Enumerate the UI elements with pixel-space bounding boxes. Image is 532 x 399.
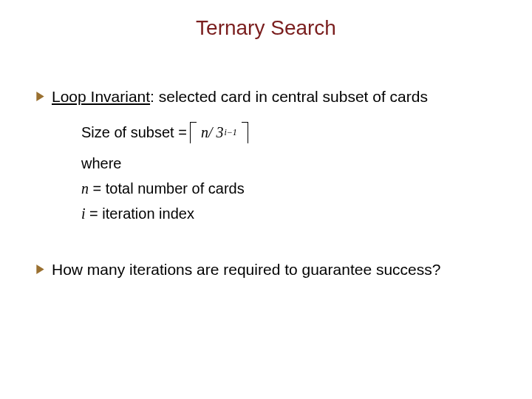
expr-n: n — [201, 121, 208, 143]
size-label: Size of subset = — [81, 121, 187, 143]
bullet-item: How many iterations are required to guar… — [35, 260, 497, 279]
bullet-text: How many iterations are required to guar… — [52, 260, 440, 279]
svg-marker-0 — [36, 92, 44, 101]
bullet-text: Loop Invariant: selected card in central… — [52, 87, 428, 106]
expr-superscript: i−1 — [224, 121, 236, 143]
math-size-line: Size of subset = n / 3i−1 — [81, 120, 497, 145]
i-definition: = iteration index — [86, 205, 194, 222]
ceiling-expression: n / 3i−1 — [200, 121, 239, 143]
bullet-rest: : selected card in central subset of car… — [150, 88, 428, 105]
ceiling-left-bracket — [190, 122, 197, 143]
math-where: where — [81, 152, 497, 174]
expr-slash: / 3 — [208, 121, 224, 143]
slide: Ternary Search Loop Invariant: selected … — [0, 0, 532, 399]
chevron-right-icon — [35, 260, 52, 274]
slide-body: Loop Invariant: selected card in central… — [35, 87, 497, 284]
bullet-item: Loop Invariant: selected card in central… — [35, 87, 497, 106]
ceiling-right-bracket — [242, 122, 248, 143]
math-i-def: i = iteration index — [81, 202, 497, 225]
math-block: Size of subset = n / 3i−1 where n = tota… — [81, 120, 497, 225]
n-definition: = total number of cards — [89, 180, 245, 197]
chevron-right-icon — [35, 87, 52, 101]
bullet-lead: Loop Invariant — [52, 88, 150, 105]
math-n-def: n = total number of cards — [81, 177, 497, 200]
svg-marker-1 — [36, 265, 44, 274]
n-symbol: n — [81, 180, 89, 197]
slide-title: Ternary Search — [0, 16, 532, 40]
